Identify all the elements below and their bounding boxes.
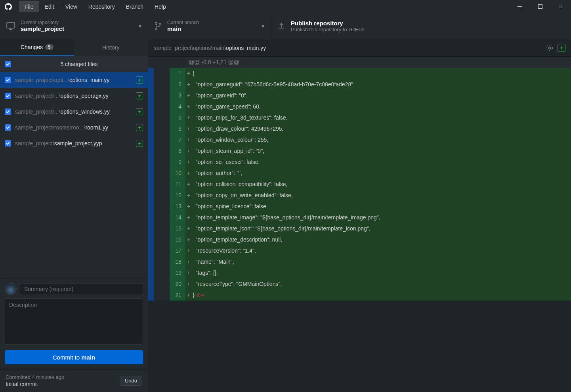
diff-line: 9+ "option_sci_usesci": false,: [148, 156, 571, 167]
chevron-down-icon: ▾: [139, 23, 141, 29]
commit-button[interactable]: Commit to main: [5, 350, 143, 364]
window-controls: [509, 0, 571, 13]
diff-line: 5+ "option_mips_for_3d_textures": false,: [148, 112, 571, 123]
publish-subtitle: Publish this repository to GitHub: [291, 27, 365, 32]
commit-time: Committed 4 minutes ago: [6, 374, 64, 380]
added-icon: +: [136, 124, 143, 131]
file-path: sample_project\...\options_windows.yy: [15, 108, 132, 115]
files-count: 5 changed files: [15, 61, 143, 67]
svg-rect-0: [518, 6, 522, 7]
file-checkbox[interactable]: [5, 124, 11, 131]
diff-line: 7+ "option_window_colour": 255,: [148, 134, 571, 145]
svg-point-10: [549, 47, 551, 49]
expand-button[interactable]: +: [558, 44, 565, 52]
hunk-header: @@ -0,0 +1,21 @@: [185, 57, 571, 68]
diff-line: 16+ "option_template_description": null,: [148, 234, 571, 245]
repo-name: sample_project: [21, 25, 64, 32]
menu-file[interactable]: File: [19, 1, 39, 12]
description-input[interactable]: [5, 298, 143, 345]
diff-line: 6+ "option_draw_colour": 4294967295,: [148, 123, 571, 134]
undo-button[interactable]: Undo: [120, 376, 142, 386]
svg-point-8: [155, 28, 157, 30]
repo-label: Current repository: [21, 20, 64, 25]
diff-line: 14+ "option_template_image": "${base_opt…: [148, 212, 571, 223]
diff-line: 3+ "option_gameid": "0",: [148, 90, 571, 101]
diff-line: 18+ "name": "Main",: [148, 256, 571, 267]
commit-message: Initial commit: [6, 381, 64, 387]
upload-icon: [277, 22, 285, 30]
menu-view[interactable]: View: [60, 1, 83, 12]
added-icon: +: [136, 76, 143, 84]
title-bar: FileEditViewRepositoryBranchHelp: [0, 0, 571, 13]
select-all-checkbox[interactable]: [5, 61, 11, 67]
last-commit: Committed 4 minutes ago Initial commit U…: [0, 369, 148, 392]
svg-point-9: [159, 23, 161, 25]
repo-selector[interactable]: Current repositorysample_project ▾: [0, 13, 148, 39]
svg-point-7: [155, 22, 157, 24]
added-icon: +: [136, 140, 143, 147]
diff-line: 12+ "option_copy_on_write_enabled": fals…: [148, 190, 571, 201]
diff-line: 17+ "resourceVersion": "1.4",: [148, 245, 571, 256]
file-path: sample_project\rooms\roo...\room1.yy: [15, 124, 132, 131]
close-button[interactable]: [550, 0, 571, 13]
file-path: sample_project\...\options_operagx.yy: [15, 93, 132, 99]
file-checkbox[interactable]: [5, 77, 11, 83]
branch-name: main: [167, 25, 199, 32]
file-path-bar: sample_project\options\main\options_main…: [148, 39, 571, 57]
sidebar: Changes 5 History 5 changed files sample…: [0, 39, 148, 392]
minimize-button[interactable]: [509, 0, 530, 13]
files-header: 5 changed files: [0, 56, 148, 72]
toolbar: Current repositorysample_project ▾ Curre…: [0, 13, 571, 39]
file-row[interactable]: sample_project\sample_project.yyp+: [0, 135, 148, 151]
maximize-button[interactable]: [530, 0, 550, 13]
sidebar-tabs: Changes 5 History: [0, 39, 148, 56]
file-list: sample_project\opti...\options_main.yy+s…: [0, 72, 148, 278]
diff-line: 19+ "tags": [],: [148, 267, 571, 278]
file-path: sample_project\sample_project.yyp: [15, 140, 132, 147]
diff-line: 13+ "option_spine_licence": false,: [148, 201, 571, 212]
changes-badge: 5: [45, 44, 53, 50]
menu-edit[interactable]: Edit: [39, 1, 60, 12]
publish-button[interactable]: Publish repositoryPublish this repositor…: [271, 13, 571, 39]
file-checkbox[interactable]: [5, 140, 11, 147]
gear-icon[interactable]: [546, 44, 554, 51]
desktop-icon: [6, 22, 15, 30]
file-row[interactable]: sample_project\opti...\options_main.yy+: [0, 72, 148, 88]
tab-history-label: History: [102, 44, 120, 51]
file-checkbox[interactable]: [5, 93, 11, 99]
diff-line: 10+ "option_author": "",: [148, 167, 571, 179]
branch-label: Current branch: [167, 20, 199, 25]
summary-input[interactable]: [20, 283, 143, 295]
branch-selector[interactable]: Current branchmain ▾: [148, 13, 271, 39]
diff-view: sample_project\options\main\options_main…: [148, 39, 571, 392]
added-icon: +: [136, 108, 143, 115]
chevron-down-icon: ▾: [262, 23, 264, 29]
path-bright: options_main.yy: [226, 45, 266, 51]
avatar: [5, 283, 17, 295]
publish-title: Publish repository: [291, 20, 365, 27]
tab-history[interactable]: History: [74, 39, 148, 56]
menu-help[interactable]: Help: [149, 1, 172, 12]
diff-line: 21+} ⊘↵: [148, 289, 571, 301]
file-path: sample_project\opti...\options_main.yy: [15, 77, 132, 83]
github-logo-icon: [5, 3, 12, 10]
file-row[interactable]: sample_project\rooms\roo...\room1.yy+: [0, 120, 148, 135]
diff-line: 4+ "option_game_speed": 60,: [148, 101, 571, 112]
diff-content[interactable]: @@ -0,0 +1,21 @@1+{2+ "option_gameguid":…: [148, 57, 571, 392]
menu-branch[interactable]: Branch: [120, 1, 149, 12]
diff-line: 8+ "option_steam_app_id": "0",: [148, 145, 571, 156]
path-dim: sample_project\options\main\: [154, 45, 226, 51]
diff-line: 1+{: [148, 68, 571, 79]
svg-rect-1: [538, 5, 542, 9]
svg-rect-4: [7, 23, 15, 28]
commit-form: Commit to main: [0, 278, 148, 369]
tab-changes[interactable]: Changes 5: [0, 39, 74, 56]
file-row[interactable]: sample_project\...\options_operagx.yy+: [0, 88, 148, 104]
file-row[interactable]: sample_project\...\options_windows.yy+: [0, 104, 148, 120]
git-branch-icon: [155, 22, 162, 30]
diff-line: 11+ "option_collision_compatibility": fa…: [148, 179, 571, 190]
diff-line: 15+ "option_template_icon": "${base_opti…: [148, 223, 571, 234]
file-checkbox[interactable]: [5, 108, 11, 115]
tab-changes-label: Changes: [21, 44, 43, 50]
menu-repository[interactable]: Repository: [83, 1, 120, 12]
